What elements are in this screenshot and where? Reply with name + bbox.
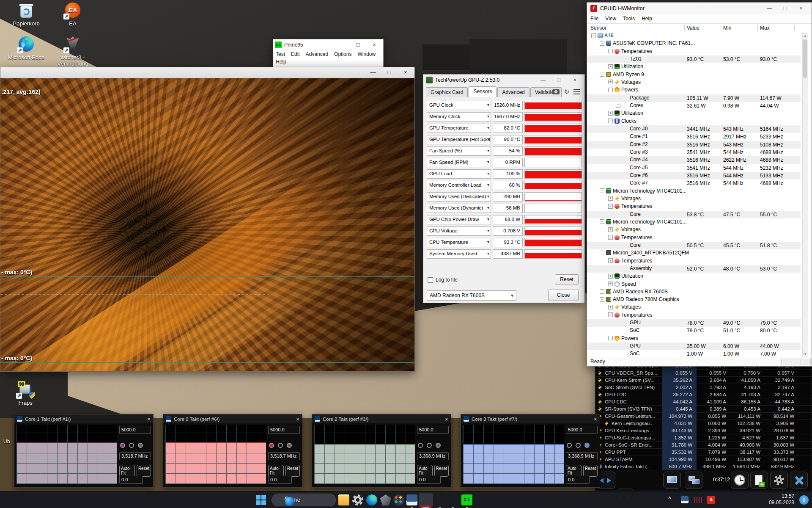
series-dot[interactable] <box>436 443 441 448</box>
menu-item-help[interactable]: Help <box>276 59 286 65</box>
expand-toggle[interactable]: + <box>608 80 613 84</box>
sensor-tree-row[interactable]: + Utilization <box>587 110 812 117</box>
reset-button[interactable]: Reset <box>285 465 300 477</box>
sensor-select[interactable]: Memory Clock <box>427 112 491 121</box>
y-axis-max-field[interactable]: 5000.0 <box>417 426 449 434</box>
close-icon[interactable]: × <box>147 416 151 422</box>
auto-fit-button[interactable]: Auto Fit <box>566 465 582 477</box>
sensor-tree-row[interactable]: SoC 79.0 °C 51.0 °C 80.0 °C <box>587 327 812 334</box>
graph-titlebar[interactable]: Core 2 Takt (perf #3/) × <box>312 414 451 423</box>
menu-icon[interactable] <box>573 89 580 94</box>
minimize-button[interactable]: — <box>762 3 776 14</box>
sensor-select[interactable]: GPU Clock <box>427 101 491 110</box>
resize-grip[interactable] <box>781 359 811 365</box>
graph-titlebar[interactable]: Core 0 Takt (perf #6/) × <box>163 414 302 423</box>
sensor-tree-row[interactable]: Core #6 3516 MHz 544 MHz 5133 MHz <box>587 172 801 179</box>
log-to-file-option[interactable]: Log to file <box>428 277 458 283</box>
close-button[interactable]: × <box>794 3 808 14</box>
sensor-tree-row[interactable]: - Clocks <box>587 118 812 125</box>
reset-button[interactable]: Reset <box>137 465 151 477</box>
expand-toggle[interactable]: - <box>591 33 596 38</box>
y-axis-min-field[interactable]: 0.0 <box>268 476 292 484</box>
y-axis-min-field[interactable]: 0.0 <box>566 476 590 484</box>
menu-item[interactable]: Advanced <box>306 51 328 57</box>
expand-toggle[interactable]: - <box>608 204 613 209</box>
sensor-tree-row[interactable]: - Micron_2400_MTFDKBA512QFM <box>587 249 812 257</box>
series-dot[interactable] <box>269 443 274 448</box>
settings-button[interactable] <box>770 472 788 489</box>
sensor-select[interactable]: Fan Speed (%) <box>427 146 491 156</box>
expand-toggle[interactable]: - <box>600 251 604 255</box>
y-axis-max-field[interactable]: 5000.0 <box>268 426 300 434</box>
maximize-button[interactable]: □ <box>351 40 365 50</box>
sensor-select[interactable]: Memory Used (Dynamic) <box>427 204 491 213</box>
sensor-row[interactable]: › Kern-Leistungsau... 4.031 W 0.000 W 10… <box>595 420 812 427</box>
sensor-tree-row[interactable]: + Voltages <box>587 226 812 234</box>
scrollbar-thumb[interactable] <box>803 39 807 78</box>
render-window-titlebar[interactable]: — □ × <box>0 67 414 78</box>
series-dot[interactable] <box>138 443 143 448</box>
sensor-tree-row[interactable]: - Powers <box>587 335 812 342</box>
close-icon[interactable]: × <box>594 416 597 422</box>
sensor-select[interactable]: GPU Temperature <box>427 124 491 133</box>
series-dot[interactable] <box>427 443 432 448</box>
gpuz-titlebar[interactable]: TechPowerUp GPU-Z 2.53.0 — □ × <box>423 75 584 86</box>
sensor-tree-row[interactable]: GPU 78.0 °C 49.0 °C 79.0 °C <box>587 319 801 327</box>
sensor-tree-row[interactable]: - A16 <box>587 32 812 40</box>
menu-item[interactable]: Window <box>357 51 376 57</box>
series-dot[interactable] <box>418 443 423 448</box>
expand-toggle[interactable]: - <box>608 235 613 240</box>
expand-toggle[interactable]: + <box>608 64 613 69</box>
column-header-max[interactable]: Max <box>760 25 770 31</box>
expand-toggle[interactable]: + <box>608 282 613 286</box>
expand-toggle[interactable]: + <box>608 196 613 201</box>
sensor-tree-row[interactable]: - AMD Ryzen 9 <box>587 71 812 79</box>
tray-amd-icon[interactable]: a <box>707 496 715 504</box>
sensor-select[interactable]: GPU Temperature (Hot Spot) <box>427 135 491 144</box>
sensor-row[interactable]: CPU TDC 35.272 A 2.684 A 41.703 A 32.747… <box>595 391 812 398</box>
minimize-button[interactable]: — <box>335 40 349 50</box>
series-dot[interactable] <box>576 443 581 448</box>
scroll-up-arrow[interactable]: ▲ <box>803 33 808 39</box>
y-axis-min-field[interactable]: 0.0 <box>417 476 441 484</box>
sensor-tree-row[interactable]: TZ01 93.0 °C 53.0 °C 93.0 °C <box>587 55 801 63</box>
expand-toggle[interactable]: + <box>616 103 620 108</box>
sensor-row[interactable]: Infinity Fabric Takt (... 500.7 MHz 499.… <box>595 463 812 470</box>
sensor-select[interactable]: CPU Temperature <box>427 238 491 247</box>
sensor-row[interactable]: CPU Kern-Leistungs... 30.143 W 2.394 W 3… <box>595 427 812 434</box>
expand-toggle[interactable]: - <box>608 88 613 92</box>
expand-toggle[interactable]: + <box>608 305 613 309</box>
tab[interactable]: Graphics Card <box>426 87 468 97</box>
sensor-tree-row[interactable]: - AMD Radeon 780M Graphics <box>587 296 812 304</box>
sensor-tree-row[interactable]: - Temperatures <box>587 203 812 210</box>
system-summary-button[interactable] <box>663 472 681 489</box>
sensor-tree-row[interactable]: - ASUSTeK COMPUTER INC. FA61... <box>587 40 812 47</box>
tab[interactable]: Advanced <box>497 87 529 97</box>
desktop-icon-papierkorb[interactable]: Papierkorb <box>5 3 47 27</box>
close-button[interactable]: × <box>568 75 582 85</box>
menu-item[interactable]: Edit <box>291 51 300 57</box>
close-button[interactable]: Close <box>548 290 579 301</box>
expand-toggle[interactable]: + <box>600 289 604 294</box>
sensor-tree-row[interactable]: + Voltages <box>587 195 812 203</box>
start-button[interactable] <box>255 494 267 506</box>
graph-titlebar[interactable]: Core 3 Takt (perf #7/) × <box>461 414 600 423</box>
sensor-tree-row[interactable]: + AMD Radeon RX 7600S <box>587 288 812 296</box>
series-dot[interactable] <box>278 443 283 448</box>
sensor-tree-row[interactable]: Core #7 3516 MHz 544 MHz 4688 MHz <box>587 179 812 187</box>
taskbar-edge-icon[interactable] <box>366 494 377 505</box>
sensor-select[interactable]: GPU Voltage <box>427 226 491 236</box>
sensor-row[interactable]: CPU-SoC-Leistungsa... 1.352 W 1.225 W 4.… <box>595 434 812 442</box>
prime95-titlebar[interactable]: 2-1 Prime95 — □ × <box>273 39 383 50</box>
screenshot-camera-icon[interactable] <box>552 89 560 94</box>
tab[interactable]: Sensors <box>469 86 497 97</box>
expand-toggle[interactable]: + <box>608 227 613 232</box>
taskbar-explorer-icon[interactable] <box>338 494 349 505</box>
menu-item[interactable]: Tools <box>623 16 635 22</box>
sensor-tree-row[interactable]: Core #2 3516 MHz 543 MHz 5108 MHz <box>587 141 801 149</box>
sensor-select[interactable]: System Memory Used <box>427 249 491 259</box>
menu-item[interactable]: Test <box>276 51 285 57</box>
tray-audio-wave-icon[interactable] <box>694 497 702 503</box>
sensor-tree-row[interactable]: - Micron Technology MTC4C101... <box>587 218 812 226</box>
minimize-button[interactable]: — <box>366 67 380 77</box>
